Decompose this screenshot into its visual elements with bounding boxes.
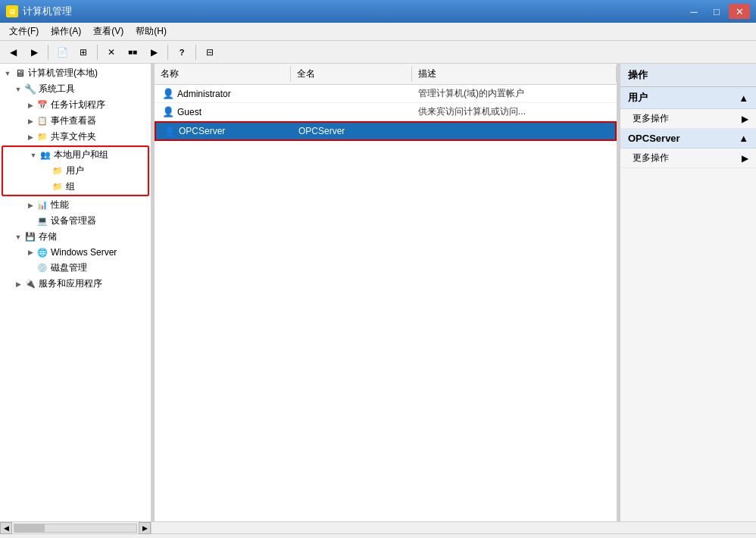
sidebar-label: 磁盘管理	[51, 261, 87, 274]
expand-icon[interactable]: ▶	[24, 131, 36, 143]
action-panel-header: 操作	[620, 64, 756, 87]
file-button[interactable]: 📄	[52, 43, 72, 61]
device-icon: 💻	[36, 215, 48, 227]
toolbar: ◀ ▶ 📄 ⊞ ✕ ■■ ▶ ? ⊟	[0, 41, 756, 64]
col-header-fullname[interactable]: 全名	[291, 66, 412, 82]
col-header-desc[interactable]: 描述	[412, 66, 617, 82]
collapse-icon[interactable]: ▲	[739, 133, 748, 144]
sidebar-item-event-viewer[interactable]: ▶ 📋 事件查看器	[0, 113, 151, 129]
content-header: 名称 全名 描述	[155, 64, 617, 85]
minimize-button[interactable]: ─	[683, 4, 704, 19]
content-area: 名称 全名 描述 👤 Administrator 管理计算机(域)的内置帐户 👤…	[155, 64, 617, 521]
expand-icon[interactable]: ▶	[24, 246, 36, 258]
expand-icon[interactable]: ▼	[27, 149, 39, 161]
table-row[interactable]: 👤 Guest 供来宾访问计算机或访问...	[155, 103, 617, 121]
restore-button[interactable]: □	[706, 4, 727, 19]
scroll-left[interactable]: ◀	[0, 522, 12, 534]
local-users-highlight-box: ▼ 👥 本地用户和组 ▶ 📁 用户 ▶ 📁 组	[2, 145, 149, 196]
user-icon: 👤	[161, 88, 176, 100]
services-icon: 🔌	[24, 278, 36, 290]
expand-icon[interactable]: ▶	[24, 115, 36, 127]
action-section-users: 用户 ▲ 更多操作 ▶	[620, 87, 756, 129]
action-item-more-users[interactable]: 更多操作 ▶	[620, 109, 756, 129]
folder-icon: 📁	[52, 165, 64, 177]
menu-bar: 文件(F) 操作(A) 查看(V) 帮助(H)	[0, 23, 756, 41]
expand-icon[interactable]: ▼	[12, 231, 24, 243]
delete-button[interactable]: ✕	[102, 43, 121, 61]
table-row-opcserver[interactable]: 👤 OPCServer OPCServer	[155, 121, 617, 141]
action-section-label: 用户	[628, 91, 648, 105]
title-bar-left: 🖥 计算机管理	[6, 5, 72, 18]
app-icon: 🖥	[6, 5, 18, 17]
menu-view[interactable]: 查看(V)	[87, 23, 130, 40]
menu-action[interactable]: 操作(A)	[45, 23, 87, 40]
row-name: Administrator	[176, 89, 297, 99]
action-section-opcserver: OPCServer ▲ 更多操作 ▶	[620, 129, 756, 168]
play-button[interactable]: ▶	[144, 43, 164, 61]
sidebar-item-device-manager[interactable]: ▶ 💻 设备管理器	[0, 213, 151, 229]
sidebar-item-disk-management[interactable]: ▶ 💿 磁盘管理	[0, 260, 151, 276]
expand-spacer: ▶	[39, 165, 52, 177]
sidebar-label: 计算机管理(本地)	[28, 67, 98, 80]
main-area: ▼ 🖥 计算机管理(本地) ▼ 🔧 系统工具 ▶ 📅 任务计划程序 ▶ 📋 事件…	[0, 64, 756, 521]
stop-button[interactable]: ■■	[123, 43, 142, 61]
sidebar-item-system-tools[interactable]: ▼ 🔧 系统工具	[0, 81, 151, 97]
scroll-right[interactable]: ▶	[139, 522, 151, 534]
export-button[interactable]: ⊟	[200, 43, 220, 61]
col-header-name[interactable]: 名称	[155, 66, 291, 82]
status-bar: CSDN @y_happiness	[0, 533, 756, 538]
back-button[interactable]: ◀	[3, 43, 23, 61]
sidebar-label: 用户	[66, 164, 84, 177]
sidebar-label: Windows Server	[51, 247, 117, 258]
sidebar-hscroll: ◀ ▶	[0, 522, 152, 533]
user-icon: 👤	[162, 125, 177, 137]
sidebar-item-local-users-groups[interactable]: ▼ 👥 本地用户和组	[3, 147, 148, 163]
windows-icon: 🌐	[36, 246, 48, 258]
expand-icon[interactable]: ▼	[2, 67, 14, 80]
expand-spacer: ▶	[39, 181, 52, 193]
sidebar-item-storage[interactable]: ▼ 💾 存储	[0, 229, 151, 245]
help-button[interactable]: ?	[172, 43, 192, 61]
sidebar-item-performance[interactable]: ▶ 📊 性能	[0, 197, 151, 213]
collapse-icon[interactable]: ▲	[739, 92, 748, 104]
sidebar-item-users[interactable]: ▶ 📁 用户	[3, 163, 148, 179]
sidebar-label: 组	[66, 180, 75, 193]
row-name: Guest	[176, 107, 297, 117]
hscroll-thumb[interactable]	[14, 524, 45, 532]
action-item-label: 更多操作	[633, 152, 669, 164]
sidebar-item-groups[interactable]: ▶ 📁 组	[3, 179, 148, 195]
action-item-label: 更多操作	[633, 112, 669, 125]
expand-icon[interactable]: ▶	[24, 99, 36, 111]
sidebar-label: 本地用户和组	[54, 149, 108, 161]
expand-icon[interactable]: ▶	[24, 199, 36, 211]
action-section-title-opcserver: OPCServer ▲	[620, 129, 756, 149]
menu-help[interactable]: 帮助(H)	[130, 23, 173, 40]
sidebar-item-windows-server[interactable]: ▶ 🌐 Windows Server	[0, 245, 151, 260]
toolbar-sep-2	[97, 45, 98, 60]
disk-icon: 💿	[36, 262, 48, 274]
sidebar-item-services[interactable]: ▶ 🔌 服务和应用程序	[0, 276, 151, 292]
sidebar-item-computer-management[interactable]: ▼ 🖥 计算机管理(本地)	[0, 65, 151, 81]
content-list: 👤 Administrator 管理计算机(域)的内置帐户 👤 Guest 供来…	[155, 85, 617, 521]
expand-icon[interactable]: ▶	[12, 278, 24, 290]
expand-icon[interactable]: ▼	[12, 83, 24, 95]
arrow-icon: ▶	[742, 153, 748, 164]
grid-button[interactable]: ⊞	[73, 43, 93, 61]
row-desc: 管理计算机(域)的内置帐户	[418, 87, 617, 100]
forward-button[interactable]: ▶	[24, 43, 44, 61]
sidebar-label: 存储	[39, 230, 57, 243]
sidebar-label: 设备管理器	[51, 214, 96, 227]
task-icon: 📅	[36, 99, 48, 111]
sidebar-label: 系统工具	[39, 83, 75, 95]
menu-file[interactable]: 文件(F)	[3, 23, 45, 40]
storage-icon: 💾	[24, 231, 36, 243]
title-bar: 🖥 计算机管理 ─ □ ✕	[0, 0, 756, 23]
tools-icon: 🔧	[24, 83, 36, 95]
action-item-more-opcserver[interactable]: 更多操作 ▶	[620, 149, 756, 168]
close-button[interactable]: ✕	[729, 4, 750, 19]
folder-icon: 📁	[36, 131, 48, 143]
sidebar-item-shared-folders[interactable]: ▶ 📁 共享文件夹	[0, 129, 151, 145]
sidebar-item-task-scheduler[interactable]: ▶ 📅 任务计划程序	[0, 97, 151, 113]
sidebar-label: 共享文件夹	[51, 130, 96, 143]
table-row[interactable]: 👤 Administrator 管理计算机(域)的内置帐户	[155, 85, 617, 103]
